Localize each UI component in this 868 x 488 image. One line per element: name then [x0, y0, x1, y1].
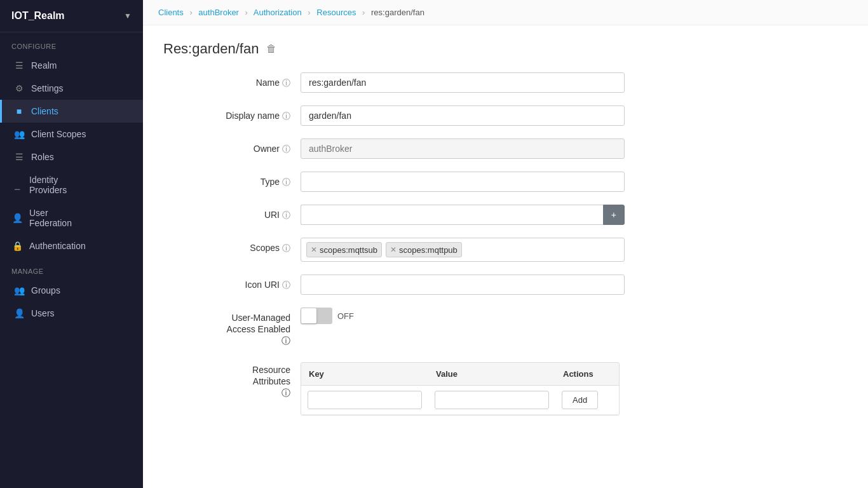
- sidebar-item-federation[interactable]: 👤 UserFederation: [0, 201, 143, 234]
- user-managed-field-group: User-Managed Access Enabled ⓘ OFF: [163, 308, 848, 347]
- scopes-field-group: Scopes ⓘ ✕ scopes:mqttsub ✕ scopes:mqttp…: [163, 238, 848, 262]
- realm-icon: ☰: [13, 60, 25, 71]
- owner-field-group: Owner ⓘ: [163, 139, 848, 159]
- sidebar-item-clients[interactable]: ■ Clients: [0, 100, 143, 123]
- display-name-help-icon[interactable]: ⓘ: [282, 111, 290, 122]
- main-content: Clients › authBroker › Authorization › R…: [143, 0, 868, 488]
- delete-resource-icon[interactable]: 🗑: [266, 43, 276, 55]
- sidebar-item-realm-label: Realm: [31, 60, 57, 71]
- resource-attributes-help-icon[interactable]: ⓘ: [281, 388, 290, 399]
- sidebar-item-clients-label: Clients: [31, 106, 58, 116]
- scope-remove-mqttsub[interactable]: ✕: [311, 245, 317, 254]
- breadcrumb-sep-4: ›: [362, 8, 365, 17]
- sidebar-item-settings-label: Settings: [31, 83, 64, 93]
- breadcrumb: Clients › authBroker › Authorization › R…: [143, 0, 868, 25]
- settings-icon: ⚙: [13, 83, 25, 93]
- breadcrumb-resources[interactable]: Resources: [316, 8, 356, 17]
- type-label: Type ⓘ: [163, 172, 290, 188]
- users-icon: 👤: [13, 308, 25, 318]
- uri-input-group: +: [301, 205, 625, 225]
- name-help-icon[interactable]: ⓘ: [282, 78, 290, 89]
- sidebar-item-realm[interactable]: ☰ Realm: [0, 54, 143, 77]
- icon-uri-field-group: Icon URI ⓘ: [163, 274, 848, 295]
- identity-icon: ⎯: [11, 180, 23, 190]
- toggle-state-label: OFF: [337, 311, 354, 321]
- breadcrumb-sep-2: ›: [245, 8, 248, 17]
- display-name-field-group: Display name ⓘ: [163, 105, 848, 126]
- sidebar-item-users[interactable]: 👤 Users: [0, 302, 143, 325]
- attribute-key-input[interactable]: [308, 391, 422, 409]
- owner-input: [301, 139, 625, 159]
- realm-selector[interactable]: IOT_Realm ▼: [0, 0, 143, 32]
- uri-field-group: URI ⓘ +: [163, 205, 848, 225]
- scope-remove-mqttpub[interactable]: ✕: [390, 245, 397, 254]
- uri-add-button[interactable]: +: [603, 205, 625, 225]
- client-scopes-icon: 👥: [13, 129, 25, 139]
- sidebar-item-identity[interactable]: ⎯ IdentityProviders: [0, 168, 143, 201]
- attribute-add-button[interactable]: Add: [562, 391, 598, 409]
- scope-tag-mqttpub: ✕ scopes:mqttpub: [386, 242, 462, 257]
- owner-label: Owner ⓘ: [163, 139, 290, 155]
- scopes-label: Scopes ⓘ: [163, 238, 290, 254]
- scopes-help-icon[interactable]: ⓘ: [282, 243, 290, 254]
- sidebar-item-authentication[interactable]: 🔒 Authentication: [0, 234, 143, 257]
- display-name-input[interactable]: [301, 105, 625, 126]
- breadcrumb-authbroker[interactable]: authBroker: [198, 8, 239, 17]
- breadcrumb-sep-1: ›: [189, 8, 192, 17]
- sidebar-item-federation-label: UserFederation: [29, 208, 72, 228]
- toggle-knob: [301, 308, 316, 323]
- uri-help-icon[interactable]: ⓘ: [282, 210, 290, 221]
- owner-help-icon[interactable]: ⓘ: [282, 144, 290, 155]
- sidebar-item-groups-label: Groups: [31, 285, 60, 295]
- user-managed-label: User-Managed Access Enabled ⓘ: [163, 308, 290, 347]
- uri-label: URI ⓘ: [163, 205, 290, 221]
- realm-name: IOT_Realm: [11, 10, 65, 22]
- icon-uri-input[interactable]: [301, 274, 625, 295]
- name-label: Name ⓘ: [163, 72, 290, 89]
- attributes-table: Key Value Actions Add: [301, 362, 620, 416]
- type-input[interactable]: [301, 172, 625, 192]
- clients-icon: ■: [13, 106, 25, 116]
- breadcrumb-sep-3: ›: [308, 8, 310, 17]
- resource-attributes-group: Resource Attributes ⓘ Key Value Actions: [163, 360, 848, 416]
- attribute-value-input[interactable]: [435, 391, 549, 409]
- breadcrumb-authorization[interactable]: Authorization: [254, 8, 302, 17]
- name-input[interactable]: [301, 72, 625, 93]
- display-name-label: Display name ⓘ: [163, 105, 290, 122]
- page-title: Res:garden/fan 🗑: [163, 41, 848, 57]
- resource-attributes-label: Resource Attributes ⓘ: [163, 360, 290, 399]
- sidebar-item-roles[interactable]: ☰ Roles: [0, 146, 143, 168]
- sidebar-item-authentication-label: Authentication: [29, 241, 86, 251]
- uri-input[interactable]: [301, 205, 603, 225]
- breadcrumb-clients[interactable]: Clients: [158, 8, 184, 17]
- sidebar-item-identity-label: IdentityProviders: [29, 175, 67, 195]
- type-help-icon[interactable]: ⓘ: [282, 177, 290, 188]
- icon-uri-help-icon[interactable]: ⓘ: [282, 280, 290, 291]
- federation-icon: 👤: [11, 213, 23, 223]
- groups-icon: 👥: [13, 285, 25, 295]
- chevron-down-icon: ▼: [124, 11, 132, 20]
- sidebar-item-settings[interactable]: ⚙ Settings: [0, 77, 143, 100]
- col-header-value: Value: [428, 363, 555, 386]
- col-header-actions: Actions: [555, 363, 619, 386]
- scope-tag-mqttsub: ✕ scopes:mqttsub: [306, 242, 382, 257]
- sidebar-item-groups[interactable]: 👥 Groups: [0, 279, 143, 302]
- sidebar-item-client-scopes-label: Client Scopes: [31, 129, 86, 139]
- attribute-row-new: Add: [301, 386, 619, 415]
- roles-icon: ☰: [13, 152, 25, 162]
- scope-label-mqttsub: scopes:mqttsub: [320, 245, 377, 255]
- scopes-container[interactable]: ✕ scopes:mqttsub ✕ scopes:mqttpub: [301, 238, 625, 262]
- sidebar: IOT_Realm ▼ Configure ☰ Realm ⚙ Settings…: [0, 0, 143, 488]
- col-header-key: Key: [301, 363, 428, 386]
- sidebar-item-roles-label: Roles: [31, 152, 54, 162]
- user-managed-help-icon[interactable]: ⓘ: [281, 336, 290, 347]
- attributes-section: Key Value Actions Add: [301, 362, 620, 416]
- authentication-icon: 🔒: [11, 241, 23, 251]
- type-field-group: Type ⓘ: [163, 172, 848, 192]
- user-managed-toggle[interactable]: [301, 308, 332, 324]
- icon-uri-label: Icon URI ⓘ: [163, 274, 290, 291]
- sidebar-item-client-scopes[interactable]: 👥 Client Scopes: [0, 123, 143, 146]
- page-content-area: Res:garden/fan 🗑 Name ⓘ Display name ⓘ: [143, 25, 868, 444]
- scope-label-mqttpub: scopes:mqttpub: [399, 245, 458, 255]
- configure-section-label: Configure: [0, 32, 143, 54]
